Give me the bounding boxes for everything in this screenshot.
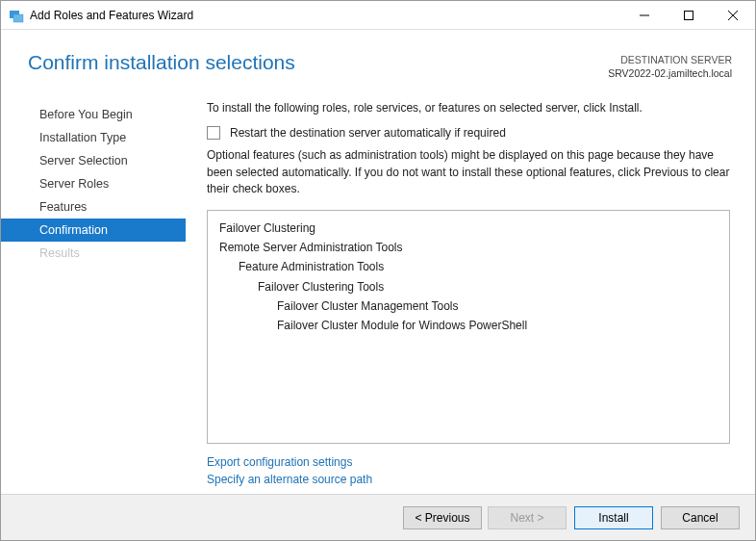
- window-controls: [622, 1, 755, 29]
- sidebar-item-server-selection[interactable]: Server Selection: [1, 149, 186, 172]
- app-icon: [9, 8, 24, 23]
- sidebar-item-server-roles[interactable]: Server Roles: [1, 172, 186, 195]
- title-bar: Add Roles and Features Wizard: [1, 1, 755, 30]
- page-title: Confirm installation selections: [28, 51, 295, 74]
- intro-text: To install the following roles, role ser…: [207, 101, 730, 115]
- restart-checkbox[interactable]: [207, 126, 220, 140]
- export-config-link[interactable]: Export configuration settings: [207, 455, 352, 469]
- feature-item: Failover Cluster Module for Windows Powe…: [219, 316, 718, 335]
- install-button[interactable]: Install: [574, 506, 653, 529]
- restart-checkbox-label: Restart the destination server automatic…: [230, 126, 506, 140]
- sidebar-item-features[interactable]: Features: [1, 195, 186, 219]
- close-button[interactable]: [711, 1, 755, 29]
- body: Before You Begin Installation Type Serve…: [1, 90, 755, 494]
- sidebar-item-confirmation[interactable]: Confirmation: [1, 219, 186, 242]
- destination-label: DESTINATION SERVER: [608, 53, 732, 66]
- previous-button[interactable]: < Previous: [403, 506, 482, 529]
- feature-item: Failover Clustering Tools: [219, 277, 718, 296]
- footer: < Previous Next > Install Cancel: [1, 494, 755, 540]
- specify-source-link[interactable]: Specify an alternate source path: [207, 473, 372, 486]
- sidebar-item-before-you-begin[interactable]: Before You Begin: [1, 103, 186, 126]
- minimize-button[interactable]: [622, 1, 667, 29]
- sidebar-item-installation-type[interactable]: Installation Type: [1, 126, 186, 149]
- selected-features-box: Failover Clustering Remote Server Admini…: [207, 210, 730, 444]
- link-area: Export configuration settings Specify an…: [207, 444, 730, 494]
- svg-rect-3: [685, 11, 693, 19]
- restart-checkbox-row: Restart the destination server automatic…: [207, 126, 730, 140]
- svg-rect-1: [13, 14, 23, 22]
- maximize-button[interactable]: [667, 1, 711, 29]
- destination-name: SRV2022-02.jamiltech.local: [608, 66, 732, 80]
- cancel-button[interactable]: Cancel: [661, 506, 740, 529]
- content-area: To install the following roles, role ser…: [186, 90, 755, 494]
- window-title: Add Roles and Features Wizard: [30, 9, 622, 22]
- feature-item: Failover Clustering: [219, 219, 718, 238]
- header: Confirm installation selections DESTINAT…: [1, 30, 755, 90]
- destination-block: DESTINATION SERVER SRV2022-02.jamiltech.…: [608, 51, 732, 80]
- feature-item: Feature Administration Tools: [219, 257, 718, 276]
- wizard-sidebar: Before You Begin Installation Type Serve…: [1, 90, 186, 494]
- next-button: Next >: [488, 506, 567, 529]
- sidebar-item-results: Results: [1, 242, 186, 265]
- feature-item: Failover Cluster Management Tools: [219, 296, 718, 316]
- optional-features-text: Optional features (such as administratio…: [207, 147, 730, 197]
- feature-item: Remote Server Administration Tools: [219, 238, 718, 257]
